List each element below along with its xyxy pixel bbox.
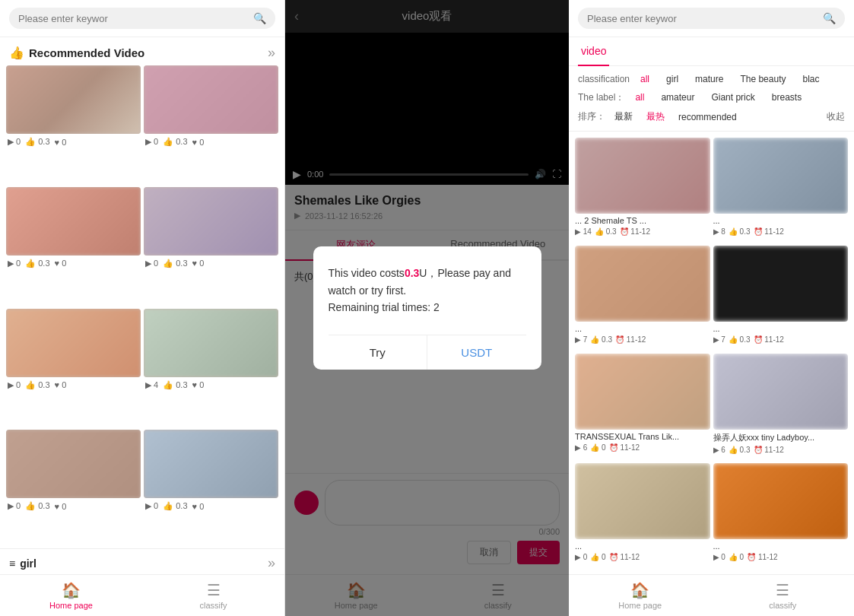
rating: 👍 0.3 <box>25 501 49 511</box>
video-card[interactable]: ▶ 0 👍 0.3 ♥ 0 <box>144 187 278 306</box>
right-thumb <box>713 246 849 322</box>
right-search-input[interactable] <box>587 13 818 24</box>
rating: 👍 0.3 <box>25 380 49 390</box>
rating-val: 👍 0.3 <box>729 446 751 454</box>
right-video-card[interactable]: ... 2 Shemale TS ... ▶ 14 👍 0.3 ⏰ 11-12 <box>575 138 710 243</box>
view-icon: ▶ 6 <box>713 446 725 454</box>
video-thumb <box>6 309 141 377</box>
left-nav-classify[interactable]: ☰ classify <box>142 575 284 616</box>
modal-usdt-button[interactable]: USDT <box>427 335 526 370</box>
right-video-card[interactable]: ... ▶ 7 👍 0.3 ⏰ 11-12 <box>575 246 710 351</box>
video-card[interactable]: ▶ 0 👍 0.3 ♥ 0 <box>144 65 278 184</box>
video-stats-small: ▶ 7 👍 0.3 ⏰ 11-12 <box>575 335 710 344</box>
video-stats-small: ▶ 6 👍 0.3 ⏰ 11-12 <box>713 446 849 454</box>
video-stats: ▶ 0 👍 0.3 ♥ 0 <box>6 135 141 148</box>
video-thumb <box>6 430 141 498</box>
modal-try-button[interactable]: Try <box>329 335 428 370</box>
right-thumb <box>713 138 849 214</box>
right-thumb <box>575 354 710 430</box>
right-video-card[interactable]: 操弄人妖xxx tiny Ladyboy... ▶ 6 👍 0.3 ⏰ 11-1… <box>713 354 849 461</box>
video-title-small: 操弄人妖xxx tiny Ladyboy... <box>713 432 849 443</box>
filter-tag-beauty[interactable]: The beauty <box>734 72 792 86</box>
rating: 👍 0.3 <box>163 501 187 511</box>
collapse-button[interactable]: 收起 <box>827 109 845 125</box>
video-thumb <box>144 430 278 498</box>
right-thumb <box>575 463 710 539</box>
label-tag-all[interactable]: all <box>629 90 650 104</box>
right-search-bar: 🔍 <box>569 0 854 37</box>
video-stats: ▶ 0 👍 0.3 ♥ 0 <box>144 257 278 270</box>
video-title-small: ... 2 Shemale TS ... <box>575 216 710 225</box>
like-count: ♥ 0 <box>55 138 67 147</box>
girl-section-more[interactable]: » <box>268 555 275 571</box>
left-search-bar: 🔍 <box>0 0 284 37</box>
view-count: ▶ 0 <box>145 501 158 511</box>
view-icon: ▶ 7 <box>575 335 587 344</box>
classification-filter-row: classification all girl mature The beaut… <box>578 72 845 86</box>
recommended-section-header: 👍 Recommended Video » <box>0 37 284 65</box>
video-card[interactable]: ▶ 0 👍 0.3 ♥ 0 <box>144 430 278 548</box>
classify-icon: ☰ <box>207 581 221 599</box>
modal-overlay[interactable]: This video costs0.3U，Please pay and watc… <box>285 0 569 616</box>
modal-cost: 0.3 <box>405 267 419 279</box>
date-val: ⏰ 11-12 <box>620 227 650 236</box>
video-card[interactable]: ▶ 0 👍 0.3 ♥ 0 <box>6 65 141 184</box>
right-video-card[interactable]: TRANSSEXUAL Trans Lik... ▶ 6 👍 0 ⏰ 11-12 <box>575 354 710 461</box>
filter-tag-all[interactable]: all <box>634 72 656 86</box>
classify-icon: ☰ <box>776 581 789 599</box>
section-more-btn[interactable]: » <box>268 45 275 61</box>
middle-panel: ‹ video观看 ▶ 0:00 🔊 ⛶ Shemales Like Orgie… <box>285 0 569 616</box>
video-stats-small: ▶ 6 👍 0 ⏰ 11-12 <box>575 443 710 452</box>
video-stats-small: ▶ 7 👍 0.3 ⏰ 11-12 <box>713 335 849 344</box>
label-tag-giant[interactable]: Giant prick <box>705 90 760 104</box>
modal-body: This video costs0.3U，Please pay and watc… <box>329 265 526 316</box>
left-search-icon[interactable]: 🔍 <box>253 12 266 24</box>
video-title-small: ... <box>713 541 849 551</box>
view-icon: ▶ 8 <box>713 227 725 236</box>
sort-latest[interactable]: 最新 <box>610 109 637 125</box>
left-video-grid: ▶ 0 👍 0.3 ♥ 0 ▶ 0 👍 0.3 ♥ 0 ▶ 0 👍 0.3 ♥ … <box>0 65 284 548</box>
video-stats: ▶ 0 👍 0.3 ♥ 0 <box>6 379 141 392</box>
view-icon: ▶ 6 <box>575 443 587 452</box>
label-tag-breasts[interactable]: breasts <box>766 90 808 104</box>
left-bottom-nav: 🏠 Home page ☰ classify <box>0 574 284 616</box>
view-count: ▶ 0 <box>8 137 21 147</box>
video-stats: ▶ 0 👍 0.3 ♥ 0 <box>6 500 141 513</box>
filter-tag-blac[interactable]: blac <box>796 72 825 86</box>
date-val: ⏰ 11-12 <box>615 335 646 344</box>
label-tag-amateur[interactable]: amateur <box>655 90 700 104</box>
date-val: ⏰ 11-12 <box>609 443 640 452</box>
right-video-card[interactable]: ... ▶ 8 👍 0.3 ⏰ 11-12 <box>713 138 849 243</box>
right-video-card[interactable]: ... ▶ 0 👍 0 ⏰ 11-12 <box>575 463 710 568</box>
date-val: ⏰ 11-12 <box>754 446 784 454</box>
video-card[interactable]: ▶ 0 👍 0.3 ♥ 0 <box>6 309 141 427</box>
left-search-input[interactable] <box>18 13 249 24</box>
right-video-card[interactable]: ... ▶ 0 👍 0 ⏰ 11-12 <box>713 463 849 568</box>
right-video-card[interactable]: ... ▶ 7 👍 0.3 ⏰ 11-12 <box>713 246 849 351</box>
date-val: ⏰ 11-12 <box>754 335 784 344</box>
left-search-wrap: 🔍 <box>9 8 275 29</box>
right-nav-classify[interactable]: ☰ classify <box>712 575 855 616</box>
right-nav-home[interactable]: 🏠 Home page <box>569 575 712 616</box>
sort-recommended[interactable]: recommended <box>674 110 741 124</box>
girl-section-header: ≡ girl » <box>0 548 284 574</box>
left-nav-home[interactable]: 🏠 Home page <box>0 575 142 616</box>
video-card[interactable]: ▶ 4 👍 0.3 ♥ 0 <box>144 309 278 427</box>
right-panel: 🔍 video classification all girl mature T… <box>569 0 854 616</box>
video-card[interactable]: ▶ 0 👍 0.3 ♥ 0 <box>6 187 141 306</box>
rating-val: 👍 0 <box>590 443 605 452</box>
right-video-grid: ... 2 Shemale TS ... ▶ 14 👍 0.3 ⏰ 11-12 … <box>569 132 854 574</box>
filter-tag-mature[interactable]: mature <box>689 72 729 86</box>
rating-val: 👍 0.3 <box>729 227 751 236</box>
video-title-small: TRANSSEXUAL Trans Lik... <box>575 432 710 441</box>
video-stats-small: ▶ 14 👍 0.3 ⏰ 11-12 <box>575 227 710 236</box>
filter-tag-girl[interactable]: girl <box>660 72 684 86</box>
rating-val: 👍 0 <box>729 553 744 561</box>
view-icon: ▶ 0 <box>713 553 725 561</box>
video-card[interactable]: ▶ 0 👍 0.3 ♥ 0 <box>6 430 141 548</box>
sort-hot[interactable]: 最热 <box>642 109 669 125</box>
video-title-small: ... <box>575 324 710 333</box>
rating: 👍 0.3 <box>25 137 49 147</box>
tab-video[interactable]: video <box>578 37 609 66</box>
right-search-icon[interactable]: 🔍 <box>823 12 836 24</box>
